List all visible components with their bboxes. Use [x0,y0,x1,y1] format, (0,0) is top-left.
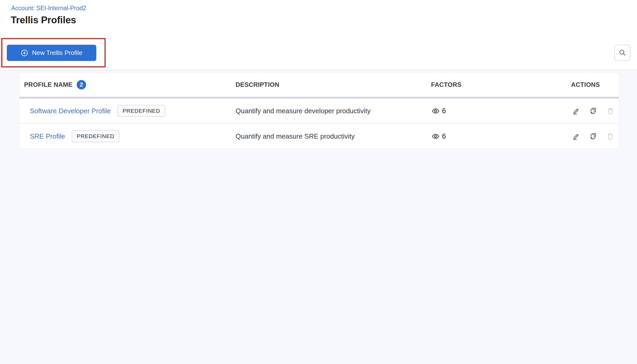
profile-name-cell: SRE Profile PREDEFINED [19,130,236,142]
delete-profile-button[interactable] [606,107,614,115]
copy-icon [589,107,597,115]
predefined-badge: PREDEFINED [118,105,165,117]
predefined-badge: PREDEFINED [72,130,119,142]
page-title: Trellis Profiles [11,15,76,26]
profile-description: Quantify and measure developer productiv… [236,107,412,115]
actions-cell [526,107,619,115]
factors-count: 6 [442,107,446,115]
factors-count: 6 [442,132,446,140]
delete-profile-button[interactable] [606,132,614,140]
profile-count-badge: 2 [77,80,86,89]
trash-icon [606,132,614,140]
profile-description: Quantify and measure SRE productivity [236,132,412,140]
copy-icon [589,132,597,140]
trash-icon [606,107,614,115]
profile-name-header-label: PROFILE NAME [24,81,72,88]
table-row: SRE Profile PREDEFINED Quantify and meas… [19,124,619,149]
trellis-profiles-page: Account: SEI-Internal-Prod2 Trellis Prof… [0,0,637,364]
column-header-actions: ACTIONS [526,81,619,88]
account-breadcrumb-link[interactable]: Account: SEI-Internal-Prod2 [11,5,86,12]
new-trellis-profile-button[interactable]: New Trellis Profile [7,45,96,61]
table-row: Software Developer Profile PREDEFINED Qu… [19,99,619,124]
eye-icon [432,107,440,115]
search-button[interactable] [614,45,630,61]
edit-profile-button[interactable] [572,107,580,115]
search-icon [619,49,626,57]
profile-name-cell: Software Developer Profile PREDEFINED [19,105,236,117]
profile-link[interactable]: SRE Profile [30,132,65,140]
profile-link[interactable]: Software Developer Profile [30,107,111,115]
factors-cell: 6 [412,132,526,140]
column-header-description: DESCRIPTION [236,81,412,88]
table-header-row: PROFILE NAME 2 DESCRIPTION FACTORS ACTIO… [19,73,619,97]
header-divider [19,97,619,99]
column-header-factors: FACTORS [412,81,526,88]
edit-pencil-icon [572,107,580,115]
plus-circle-icon [21,49,28,57]
new-trellis-profile-button-label: New Trellis Profile [32,49,82,56]
clone-profile-button[interactable] [589,132,597,140]
clone-profile-button[interactable] [589,107,597,115]
content-area: PROFILE NAME 2 DESCRIPTION FACTORS ACTIO… [0,70,637,364]
column-header-profile-name: PROFILE NAME 2 [19,80,236,89]
profiles-table: PROFILE NAME 2 DESCRIPTION FACTORS ACTIO… [19,72,619,149]
actions-cell [526,132,619,140]
factors-cell: 6 [412,107,526,115]
edit-profile-button[interactable] [572,132,580,140]
eye-icon [432,132,440,140]
edit-pencil-icon [572,132,580,140]
